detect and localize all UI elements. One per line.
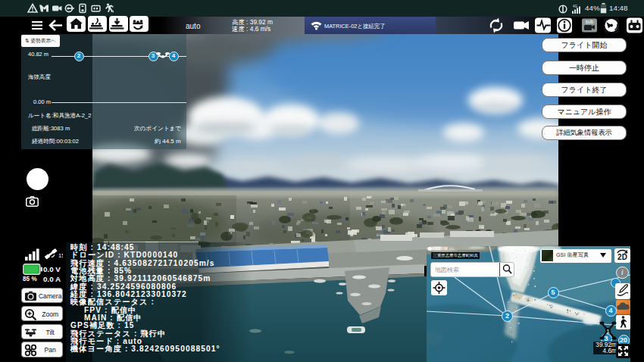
svg-text:4G: 4G: [573, 5, 578, 8]
svg-text:2D: 2D: [617, 253, 627, 261]
svg-text:sub: sub: [586, 19, 594, 24]
svg-text:1: 1: [606, 328, 610, 335]
svg-text:15: 15: [58, 252, 63, 259]
